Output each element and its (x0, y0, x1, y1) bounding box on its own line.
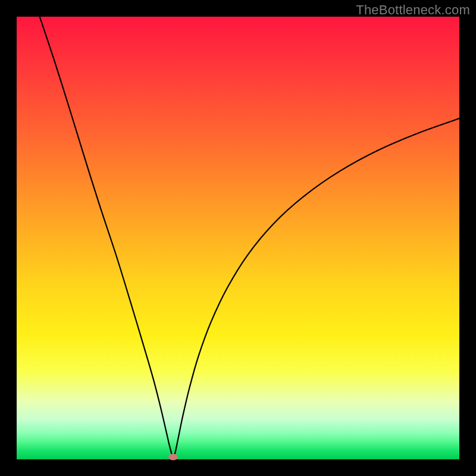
chart-stage: TheBottleneck.com (0, 0, 476, 476)
watermark-label: TheBottleneck.com (356, 2, 470, 18)
minimum-dot-icon (168, 454, 178, 461)
bottleneck-curve (17, 17, 459, 459)
plot-area (17, 17, 459, 459)
